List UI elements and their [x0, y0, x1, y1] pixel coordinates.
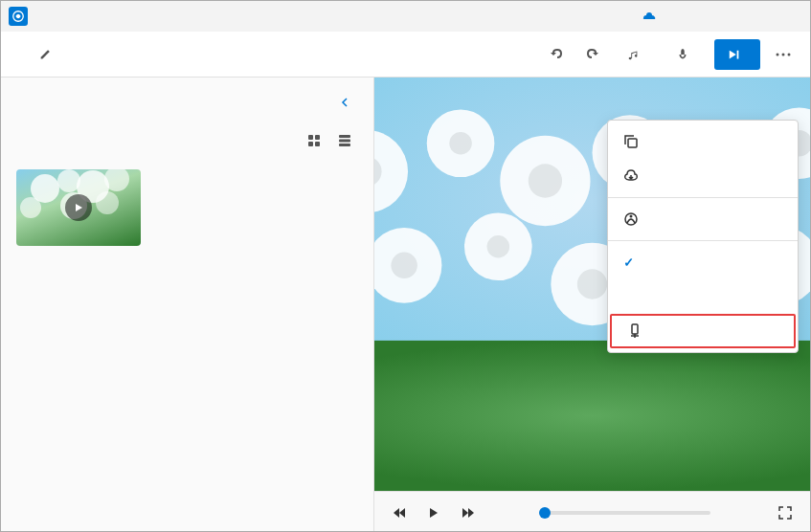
- fast-forward-button[interactable]: [455, 499, 482, 526]
- svg-point-17: [96, 191, 119, 214]
- menu-divider-2: [608, 240, 798, 241]
- backup-project-menu-item[interactable]: [608, 159, 798, 193]
- play-overlay[interactable]: [65, 194, 92, 221]
- svg-marker-50: [399, 508, 405, 518]
- minimize-button[interactable]: [670, 1, 714, 32]
- ratio-4-3-menu-item[interactable]: [608, 279, 798, 314]
- svg-rect-10: [339, 144, 350, 146]
- edit-title-button[interactable]: [32, 41, 58, 68]
- media-thumbnail[interactable]: [16, 169, 141, 246]
- dropdown-menu: ✓: [607, 120, 799, 353]
- rewind-button[interactable]: [386, 499, 413, 526]
- svg-rect-57: [632, 324, 638, 334]
- svg-point-40: [487, 235, 510, 258]
- window-controls: [670, 1, 802, 32]
- svg-point-42: [577, 269, 607, 299]
- top-toolbar: [1, 32, 810, 78]
- svg-rect-5: [315, 135, 320, 140]
- svg-point-38: [391, 253, 417, 278]
- svg-point-2: [782, 53, 785, 55]
- themes-menu-item[interactable]: [608, 202, 798, 236]
- maximize-button[interactable]: [714, 1, 758, 32]
- svg-point-24: [449, 132, 472, 155]
- project-library-header: [1, 78, 373, 123]
- svg-rect-54: [628, 139, 637, 147]
- svg-marker-49: [394, 508, 399, 518]
- grid-view-button[interactable]: [301, 127, 327, 154]
- progress-thumb[interactable]: [539, 507, 551, 519]
- left-panel: [1, 78, 374, 532]
- title-bar: [1, 1, 810, 32]
- svg-marker-18: [76, 204, 82, 211]
- view-toggle: [301, 127, 358, 154]
- list-view-button[interactable]: [331, 127, 358, 154]
- undo-redo-group: [542, 39, 607, 70]
- play-button[interactable]: [420, 499, 447, 526]
- onedrive-area: [642, 9, 663, 24]
- svg-rect-7: [315, 142, 320, 146]
- svg-rect-6: [308, 142, 313, 146]
- svg-rect-20: [374, 341, 810, 491]
- redo-button[interactable]: [576, 39, 607, 70]
- svg-point-56: [630, 215, 633, 218]
- svg-point-3: [788, 53, 791, 55]
- video-controls: [374, 491, 810, 532]
- close-button[interactable]: [758, 1, 802, 32]
- svg-rect-8: [339, 135, 350, 138]
- onedrive-icon: [642, 9, 657, 24]
- duplicate-project-menu-item[interactable]: [608, 124, 798, 159]
- svg-point-1: [777, 53, 779, 55]
- svg-marker-51: [430, 508, 438, 518]
- svg-marker-53: [468, 508, 474, 518]
- svg-rect-4: [308, 135, 313, 140]
- app-icon: [9, 7, 28, 26]
- collapse-panel-button[interactable]: [331, 89, 358, 116]
- svg-marker-52: [462, 508, 468, 518]
- progress-bar[interactable]: [543, 511, 710, 515]
- finish-video-button[interactable]: [714, 39, 760, 70]
- ratio-16-9-menu-item[interactable]: ✓: [608, 245, 798, 279]
- background-music-button[interactable]: [615, 39, 657, 70]
- media-grid: [1, 162, 373, 254]
- add-bar: [1, 123, 373, 162]
- svg-rect-9: [339, 140, 350, 143]
- fullscreen-button[interactable]: [772, 499, 799, 526]
- svg-point-15: [20, 197, 41, 218]
- right-panel: ✓: [374, 78, 810, 532]
- svg-point-26: [529, 164, 562, 197]
- menu-divider: [608, 197, 798, 198]
- make-portrait-menu-item[interactable]: [610, 314, 796, 348]
- main-layout: ✓: [1, 78, 810, 532]
- custom-audio-button[interactable]: [665, 39, 707, 70]
- more-options-button[interactable]: [768, 39, 799, 70]
- undo-button[interactable]: [542, 39, 573, 70]
